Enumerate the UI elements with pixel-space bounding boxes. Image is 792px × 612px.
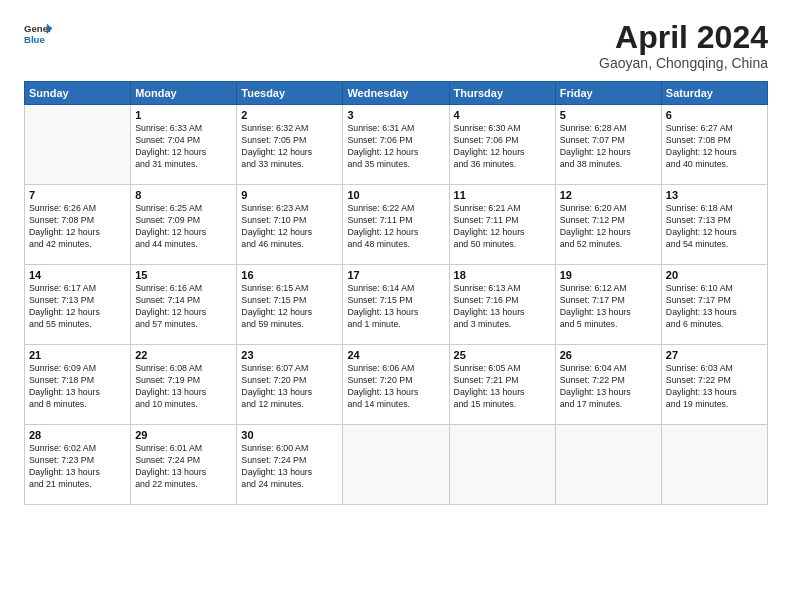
- day-info: Sunrise: 6:32 AMSunset: 7:05 PMDaylight:…: [241, 123, 338, 171]
- day-info: Sunrise: 6:14 AMSunset: 7:15 PMDaylight:…: [347, 283, 444, 331]
- day-number: 16: [241, 269, 338, 281]
- calendar-cell: 27Sunrise: 6:03 AMSunset: 7:22 PMDayligh…: [661, 345, 767, 425]
- day-info: Sunrise: 6:31 AMSunset: 7:06 PMDaylight:…: [347, 123, 444, 171]
- calendar-cell: 23Sunrise: 6:07 AMSunset: 7:20 PMDayligh…: [237, 345, 343, 425]
- day-number: 21: [29, 349, 126, 361]
- calendar-cell: 4Sunrise: 6:30 AMSunset: 7:06 PMDaylight…: [449, 105, 555, 185]
- day-info: Sunrise: 6:08 AMSunset: 7:19 PMDaylight:…: [135, 363, 232, 411]
- calendar-cell: 18Sunrise: 6:13 AMSunset: 7:16 PMDayligh…: [449, 265, 555, 345]
- day-number: 19: [560, 269, 657, 281]
- day-number: 14: [29, 269, 126, 281]
- day-number: 18: [454, 269, 551, 281]
- day-number: 24: [347, 349, 444, 361]
- calendar-cell: 29Sunrise: 6:01 AMSunset: 7:24 PMDayligh…: [131, 425, 237, 505]
- day-number: 23: [241, 349, 338, 361]
- day-info: Sunrise: 6:18 AMSunset: 7:13 PMDaylight:…: [666, 203, 763, 251]
- location: Gaoyan, Chongqing, China: [599, 55, 768, 71]
- day-number: 25: [454, 349, 551, 361]
- day-info: Sunrise: 6:12 AMSunset: 7:17 PMDaylight:…: [560, 283, 657, 331]
- day-info: Sunrise: 6:23 AMSunset: 7:10 PMDaylight:…: [241, 203, 338, 251]
- day-number: 13: [666, 189, 763, 201]
- calendar-cell: 13Sunrise: 6:18 AMSunset: 7:13 PMDayligh…: [661, 185, 767, 265]
- calendar-cell: 16Sunrise: 6:15 AMSunset: 7:15 PMDayligh…: [237, 265, 343, 345]
- calendar-cell: 20Sunrise: 6:10 AMSunset: 7:17 PMDayligh…: [661, 265, 767, 345]
- day-info: Sunrise: 6:06 AMSunset: 7:20 PMDaylight:…: [347, 363, 444, 411]
- calendar-cell: 2Sunrise: 6:32 AMSunset: 7:05 PMDaylight…: [237, 105, 343, 185]
- calendar-cell: 12Sunrise: 6:20 AMSunset: 7:12 PMDayligh…: [555, 185, 661, 265]
- day-number: 12: [560, 189, 657, 201]
- day-info: Sunrise: 6:00 AMSunset: 7:24 PMDaylight:…: [241, 443, 338, 491]
- day-info: Sunrise: 6:26 AMSunset: 7:08 PMDaylight:…: [29, 203, 126, 251]
- day-number: 27: [666, 349, 763, 361]
- calendar-cell: 22Sunrise: 6:08 AMSunset: 7:19 PMDayligh…: [131, 345, 237, 425]
- calendar-table: SundayMondayTuesdayWednesdayThursdayFrid…: [24, 81, 768, 505]
- day-info: Sunrise: 6:03 AMSunset: 7:22 PMDaylight:…: [666, 363, 763, 411]
- day-info: Sunrise: 6:25 AMSunset: 7:09 PMDaylight:…: [135, 203, 232, 251]
- day-info: Sunrise: 6:28 AMSunset: 7:07 PMDaylight:…: [560, 123, 657, 171]
- col-header-tuesday: Tuesday: [237, 82, 343, 105]
- day-number: 1: [135, 109, 232, 121]
- day-number: 9: [241, 189, 338, 201]
- calendar-cell: 30Sunrise: 6:00 AMSunset: 7:24 PMDayligh…: [237, 425, 343, 505]
- calendar-cell: 11Sunrise: 6:21 AMSunset: 7:11 PMDayligh…: [449, 185, 555, 265]
- calendar-cell: 9Sunrise: 6:23 AMSunset: 7:10 PMDaylight…: [237, 185, 343, 265]
- day-info: Sunrise: 6:01 AMSunset: 7:24 PMDaylight:…: [135, 443, 232, 491]
- day-info: Sunrise: 6:04 AMSunset: 7:22 PMDaylight:…: [560, 363, 657, 411]
- logo-icon: General Blue: [24, 20, 52, 48]
- day-number: 30: [241, 429, 338, 441]
- day-info: Sunrise: 6:07 AMSunset: 7:20 PMDaylight:…: [241, 363, 338, 411]
- day-info: Sunrise: 6:02 AMSunset: 7:23 PMDaylight:…: [29, 443, 126, 491]
- calendar-cell: [343, 425, 449, 505]
- calendar-cell: 17Sunrise: 6:14 AMSunset: 7:15 PMDayligh…: [343, 265, 449, 345]
- calendar-cell: 21Sunrise: 6:09 AMSunset: 7:18 PMDayligh…: [25, 345, 131, 425]
- day-info: Sunrise: 6:17 AMSunset: 7:13 PMDaylight:…: [29, 283, 126, 331]
- day-info: Sunrise: 6:20 AMSunset: 7:12 PMDaylight:…: [560, 203, 657, 251]
- logo: General Blue: [24, 20, 52, 48]
- col-header-monday: Monday: [131, 82, 237, 105]
- calendar-cell: 3Sunrise: 6:31 AMSunset: 7:06 PMDaylight…: [343, 105, 449, 185]
- calendar-cell: 14Sunrise: 6:17 AMSunset: 7:13 PMDayligh…: [25, 265, 131, 345]
- day-number: 22: [135, 349, 232, 361]
- day-number: 15: [135, 269, 232, 281]
- calendar-cell: [25, 105, 131, 185]
- calendar-cell: 15Sunrise: 6:16 AMSunset: 7:14 PMDayligh…: [131, 265, 237, 345]
- calendar-cell: 6Sunrise: 6:27 AMSunset: 7:08 PMDaylight…: [661, 105, 767, 185]
- day-number: 10: [347, 189, 444, 201]
- calendar-cell: 7Sunrise: 6:26 AMSunset: 7:08 PMDaylight…: [25, 185, 131, 265]
- calendar-cell: 25Sunrise: 6:05 AMSunset: 7:21 PMDayligh…: [449, 345, 555, 425]
- day-number: 2: [241, 109, 338, 121]
- page-header: General Blue April 2024 Gaoyan, Chongqin…: [24, 20, 768, 71]
- day-number: 20: [666, 269, 763, 281]
- day-number: 5: [560, 109, 657, 121]
- calendar-cell: [555, 425, 661, 505]
- day-info: Sunrise: 6:09 AMSunset: 7:18 PMDaylight:…: [29, 363, 126, 411]
- svg-text:Blue: Blue: [24, 34, 45, 45]
- day-info: Sunrise: 6:05 AMSunset: 7:21 PMDaylight:…: [454, 363, 551, 411]
- calendar-cell: 28Sunrise: 6:02 AMSunset: 7:23 PMDayligh…: [25, 425, 131, 505]
- day-info: Sunrise: 6:15 AMSunset: 7:15 PMDaylight:…: [241, 283, 338, 331]
- col-header-thursday: Thursday: [449, 82, 555, 105]
- day-number: 3: [347, 109, 444, 121]
- calendar-cell: 19Sunrise: 6:12 AMSunset: 7:17 PMDayligh…: [555, 265, 661, 345]
- col-header-sunday: Sunday: [25, 82, 131, 105]
- calendar-cell: 1Sunrise: 6:33 AMSunset: 7:04 PMDaylight…: [131, 105, 237, 185]
- calendar-cell: [661, 425, 767, 505]
- day-info: Sunrise: 6:16 AMSunset: 7:14 PMDaylight:…: [135, 283, 232, 331]
- day-info: Sunrise: 6:22 AMSunset: 7:11 PMDaylight:…: [347, 203, 444, 251]
- day-info: Sunrise: 6:21 AMSunset: 7:11 PMDaylight:…: [454, 203, 551, 251]
- day-number: 8: [135, 189, 232, 201]
- day-info: Sunrise: 6:13 AMSunset: 7:16 PMDaylight:…: [454, 283, 551, 331]
- day-info: Sunrise: 6:30 AMSunset: 7:06 PMDaylight:…: [454, 123, 551, 171]
- month-title: April 2024: [599, 20, 768, 55]
- calendar-cell: 24Sunrise: 6:06 AMSunset: 7:20 PMDayligh…: [343, 345, 449, 425]
- col-header-friday: Friday: [555, 82, 661, 105]
- day-number: 11: [454, 189, 551, 201]
- day-number: 28: [29, 429, 126, 441]
- day-info: Sunrise: 6:33 AMSunset: 7:04 PMDaylight:…: [135, 123, 232, 171]
- day-number: 7: [29, 189, 126, 201]
- calendar-cell: 8Sunrise: 6:25 AMSunset: 7:09 PMDaylight…: [131, 185, 237, 265]
- col-header-wednesday: Wednesday: [343, 82, 449, 105]
- day-number: 17: [347, 269, 444, 281]
- day-number: 6: [666, 109, 763, 121]
- calendar-cell: 5Sunrise: 6:28 AMSunset: 7:07 PMDaylight…: [555, 105, 661, 185]
